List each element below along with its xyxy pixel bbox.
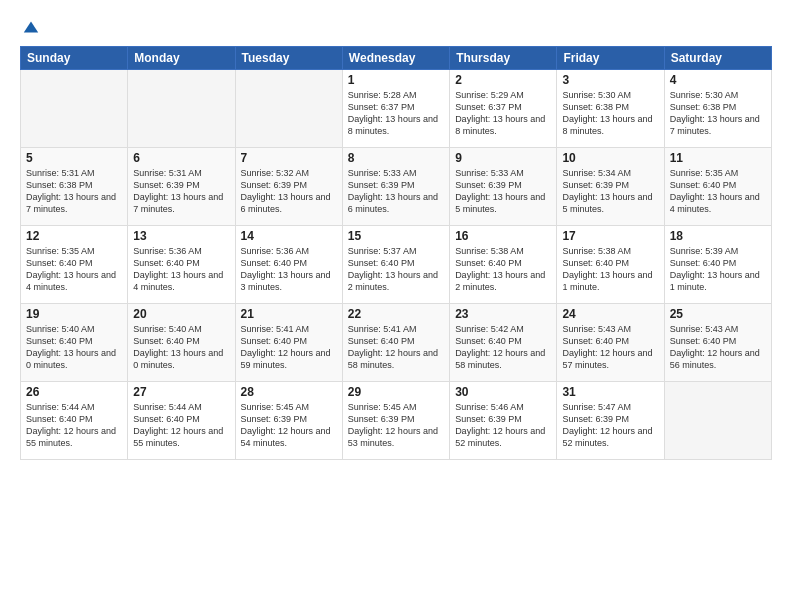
day-number: 11	[670, 151, 766, 165]
day-info: Sunrise: 5:30 AMSunset: 6:38 PMDaylight:…	[562, 89, 658, 138]
day-number: 16	[455, 229, 551, 243]
day-info: Sunrise: 5:35 AMSunset: 6:40 PMDaylight:…	[670, 167, 766, 216]
calendar-cell: 3Sunrise: 5:30 AMSunset: 6:38 PMDaylight…	[557, 70, 664, 148]
calendar-cell: 24Sunrise: 5:43 AMSunset: 6:40 PMDayligh…	[557, 304, 664, 382]
calendar-week-row: 5Sunrise: 5:31 AMSunset: 6:38 PMDaylight…	[21, 148, 772, 226]
day-info: Sunrise: 5:36 AMSunset: 6:40 PMDaylight:…	[241, 245, 337, 294]
calendar-cell: 5Sunrise: 5:31 AMSunset: 6:38 PMDaylight…	[21, 148, 128, 226]
calendar-cell: 26Sunrise: 5:44 AMSunset: 6:40 PMDayligh…	[21, 382, 128, 460]
calendar-cell: 8Sunrise: 5:33 AMSunset: 6:39 PMDaylight…	[342, 148, 449, 226]
day-info: Sunrise: 5:41 AMSunset: 6:40 PMDaylight:…	[348, 323, 444, 372]
calendar-cell: 13Sunrise: 5:36 AMSunset: 6:40 PMDayligh…	[128, 226, 235, 304]
day-number: 24	[562, 307, 658, 321]
calendar-cell: 29Sunrise: 5:45 AMSunset: 6:39 PMDayligh…	[342, 382, 449, 460]
calendar-cell: 30Sunrise: 5:46 AMSunset: 6:39 PMDayligh…	[450, 382, 557, 460]
day-number: 19	[26, 307, 122, 321]
day-info: Sunrise: 5:33 AMSunset: 6:39 PMDaylight:…	[455, 167, 551, 216]
calendar-header-friday: Friday	[557, 47, 664, 70]
logo	[20, 18, 40, 36]
day-number: 18	[670, 229, 766, 243]
calendar-header-monday: Monday	[128, 47, 235, 70]
calendar-cell: 20Sunrise: 5:40 AMSunset: 6:40 PMDayligh…	[128, 304, 235, 382]
day-info: Sunrise: 5:45 AMSunset: 6:39 PMDaylight:…	[241, 401, 337, 450]
day-number: 21	[241, 307, 337, 321]
day-number: 29	[348, 385, 444, 399]
day-number: 9	[455, 151, 551, 165]
day-number: 6	[133, 151, 229, 165]
calendar-cell: 27Sunrise: 5:44 AMSunset: 6:40 PMDayligh…	[128, 382, 235, 460]
calendar-cell: 25Sunrise: 5:43 AMSunset: 6:40 PMDayligh…	[664, 304, 771, 382]
day-number: 27	[133, 385, 229, 399]
day-info: Sunrise: 5:29 AMSunset: 6:37 PMDaylight:…	[455, 89, 551, 138]
logo-icon	[22, 18, 40, 36]
calendar-header-row: SundayMondayTuesdayWednesdayThursdayFrid…	[21, 47, 772, 70]
day-number: 13	[133, 229, 229, 243]
calendar-cell: 10Sunrise: 5:34 AMSunset: 6:39 PMDayligh…	[557, 148, 664, 226]
calendar-cell	[664, 382, 771, 460]
day-number: 7	[241, 151, 337, 165]
day-info: Sunrise: 5:30 AMSunset: 6:38 PMDaylight:…	[670, 89, 766, 138]
calendar-cell: 16Sunrise: 5:38 AMSunset: 6:40 PMDayligh…	[450, 226, 557, 304]
day-info: Sunrise: 5:31 AMSunset: 6:39 PMDaylight:…	[133, 167, 229, 216]
day-number: 17	[562, 229, 658, 243]
calendar-cell: 19Sunrise: 5:40 AMSunset: 6:40 PMDayligh…	[21, 304, 128, 382]
calendar-cell: 17Sunrise: 5:38 AMSunset: 6:40 PMDayligh…	[557, 226, 664, 304]
day-info: Sunrise: 5:47 AMSunset: 6:39 PMDaylight:…	[562, 401, 658, 450]
day-number: 2	[455, 73, 551, 87]
day-number: 1	[348, 73, 444, 87]
calendar-week-row: 1Sunrise: 5:28 AMSunset: 6:37 PMDaylight…	[21, 70, 772, 148]
svg-marker-0	[24, 22, 38, 33]
calendar-cell: 9Sunrise: 5:33 AMSunset: 6:39 PMDaylight…	[450, 148, 557, 226]
day-number: 4	[670, 73, 766, 87]
calendar-cell: 14Sunrise: 5:36 AMSunset: 6:40 PMDayligh…	[235, 226, 342, 304]
calendar-cell	[235, 70, 342, 148]
calendar: SundayMondayTuesdayWednesdayThursdayFrid…	[20, 46, 772, 460]
calendar-cell: 11Sunrise: 5:35 AMSunset: 6:40 PMDayligh…	[664, 148, 771, 226]
day-number: 28	[241, 385, 337, 399]
day-info: Sunrise: 5:42 AMSunset: 6:40 PMDaylight:…	[455, 323, 551, 372]
day-info: Sunrise: 5:34 AMSunset: 6:39 PMDaylight:…	[562, 167, 658, 216]
day-number: 23	[455, 307, 551, 321]
day-info: Sunrise: 5:37 AMSunset: 6:40 PMDaylight:…	[348, 245, 444, 294]
day-number: 5	[26, 151, 122, 165]
day-info: Sunrise: 5:38 AMSunset: 6:40 PMDaylight:…	[455, 245, 551, 294]
day-info: Sunrise: 5:40 AMSunset: 6:40 PMDaylight:…	[133, 323, 229, 372]
day-number: 10	[562, 151, 658, 165]
day-number: 31	[562, 385, 658, 399]
calendar-header-wednesday: Wednesday	[342, 47, 449, 70]
calendar-cell: 12Sunrise: 5:35 AMSunset: 6:40 PMDayligh…	[21, 226, 128, 304]
calendar-cell: 15Sunrise: 5:37 AMSunset: 6:40 PMDayligh…	[342, 226, 449, 304]
calendar-cell: 4Sunrise: 5:30 AMSunset: 6:38 PMDaylight…	[664, 70, 771, 148]
day-info: Sunrise: 5:39 AMSunset: 6:40 PMDaylight:…	[670, 245, 766, 294]
calendar-week-row: 12Sunrise: 5:35 AMSunset: 6:40 PMDayligh…	[21, 226, 772, 304]
day-info: Sunrise: 5:32 AMSunset: 6:39 PMDaylight:…	[241, 167, 337, 216]
calendar-header-saturday: Saturday	[664, 47, 771, 70]
day-info: Sunrise: 5:36 AMSunset: 6:40 PMDaylight:…	[133, 245, 229, 294]
day-info: Sunrise: 5:28 AMSunset: 6:37 PMDaylight:…	[348, 89, 444, 138]
page-header	[20, 18, 772, 36]
day-number: 8	[348, 151, 444, 165]
day-info: Sunrise: 5:43 AMSunset: 6:40 PMDaylight:…	[670, 323, 766, 372]
day-info: Sunrise: 5:43 AMSunset: 6:40 PMDaylight:…	[562, 323, 658, 372]
calendar-cell: 23Sunrise: 5:42 AMSunset: 6:40 PMDayligh…	[450, 304, 557, 382]
calendar-week-row: 26Sunrise: 5:44 AMSunset: 6:40 PMDayligh…	[21, 382, 772, 460]
calendar-cell: 7Sunrise: 5:32 AMSunset: 6:39 PMDaylight…	[235, 148, 342, 226]
day-info: Sunrise: 5:45 AMSunset: 6:39 PMDaylight:…	[348, 401, 444, 450]
day-number: 20	[133, 307, 229, 321]
calendar-cell: 28Sunrise: 5:45 AMSunset: 6:39 PMDayligh…	[235, 382, 342, 460]
calendar-header-sunday: Sunday	[21, 47, 128, 70]
day-info: Sunrise: 5:44 AMSunset: 6:40 PMDaylight:…	[26, 401, 122, 450]
calendar-cell	[21, 70, 128, 148]
day-number: 22	[348, 307, 444, 321]
calendar-cell: 22Sunrise: 5:41 AMSunset: 6:40 PMDayligh…	[342, 304, 449, 382]
day-number: 14	[241, 229, 337, 243]
day-number: 12	[26, 229, 122, 243]
calendar-header-thursday: Thursday	[450, 47, 557, 70]
day-info: Sunrise: 5:40 AMSunset: 6:40 PMDaylight:…	[26, 323, 122, 372]
day-number: 30	[455, 385, 551, 399]
day-number: 15	[348, 229, 444, 243]
calendar-week-row: 19Sunrise: 5:40 AMSunset: 6:40 PMDayligh…	[21, 304, 772, 382]
calendar-cell: 18Sunrise: 5:39 AMSunset: 6:40 PMDayligh…	[664, 226, 771, 304]
calendar-cell: 21Sunrise: 5:41 AMSunset: 6:40 PMDayligh…	[235, 304, 342, 382]
day-info: Sunrise: 5:38 AMSunset: 6:40 PMDaylight:…	[562, 245, 658, 294]
